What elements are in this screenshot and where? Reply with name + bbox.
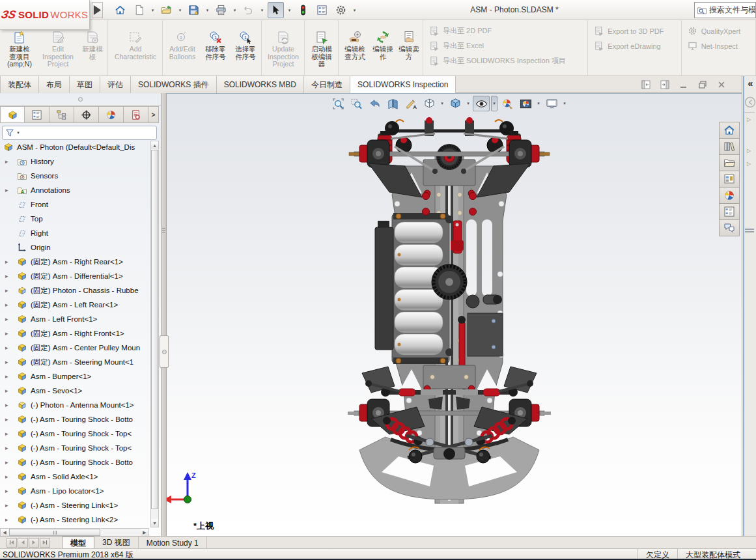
task-pane-grip[interactable] [745, 227, 754, 234]
apply-scene-button[interactable] [517, 96, 534, 111]
expand-arrow-icon[interactable]: ▸ [5, 326, 8, 341]
taskpane-file-explorer-button[interactable] [719, 154, 740, 171]
add-characteristic-button[interactable]: AddCharacteristic [109, 21, 161, 74]
previous-pane-button[interactable] [641, 80, 651, 89]
expand-arrow-icon[interactable]: ▸ [5, 412, 8, 427]
document-tab-2[interactable]: 3D 视图 [94, 537, 139, 549]
command-tab-4[interactable]: 评估 [100, 76, 131, 93]
export-edrawing-button[interactable]: Export eDrawing [594, 41, 678, 51]
section-expand-icon[interactable]: ▷ [747, 148, 751, 154]
zoom-to-fit-button[interactable] [329, 96, 346, 111]
command-tab-2[interactable]: 布局 [39, 76, 70, 93]
tree-item[interactable]: ▸(固定) Asm - Center Pulley Moun [0, 341, 150, 355]
search-box[interactable]: 搜索文件与模 [694, 2, 756, 18]
document-tab-3[interactable]: Motion Study 1 [139, 537, 207, 549]
task-pane-collapse-button[interactable]: « [745, 77, 756, 90]
open-document-caret-icon[interactable]: ▾ [177, 8, 183, 13]
edit-vendors-button[interactable]: 编辑卖方 [396, 21, 422, 74]
export-3d-pdf-button[interactable]: Export to 3D PDF [594, 26, 678, 36]
hide-show-items-caret-icon[interactable]: ▾ [491, 96, 497, 111]
next-pane-button[interactable] [660, 80, 669, 89]
zoom-to-area-button[interactable] [348, 96, 365, 111]
command-tab-8[interactable]: SOLIDWORKS Inspection [350, 76, 456, 93]
update-inspection-project-button[interactable]: UpdateInspectionProject [263, 21, 303, 74]
tree-item[interactable]: ▸(-) Asm - Touring Shock - Botto [0, 412, 150, 427]
document-tab-1[interactable]: 模型 [62, 537, 94, 549]
dynamic-annotation-views-button[interactable]: A [402, 96, 419, 111]
tree-item[interactable]: ▸(固定) Asm - Steering Mount<1 [0, 355, 150, 369]
launch-template-editor-button[interactable]: 启动模板编辑器 [306, 21, 337, 74]
expand-arrow-icon[interactable]: ▸ [5, 369, 8, 384]
horizontal-scroll-thumb[interactable] [9, 529, 100, 536]
menu-flyout-button[interactable] [92, 2, 103, 18]
command-tab-1[interactable]: 装配体 [0, 76, 39, 93]
panel-splitter[interactable] [161, 93, 167, 536]
home-button[interactable] [112, 2, 128, 18]
tree-item[interactable]: ▸(-) Asm - Touring Shock - Top< [0, 441, 150, 455]
restore-button[interactable] [698, 80, 707, 89]
display-style-button[interactable] [447, 96, 464, 111]
section-expand-icon[interactable]: ▷ [747, 161, 751, 167]
vertical-scroll-thumb[interactable] [151, 150, 158, 509]
taskpane-custom-properties-button[interactable] [719, 203, 740, 220]
new-document-caret-icon[interactable]: ▾ [150, 8, 156, 13]
expand-arrow-icon[interactable]: ▸ [5, 341, 8, 355]
expand-arrow-icon[interactable]: ▸ [5, 154, 8, 169]
view-orientation-caret-icon[interactable]: ▾ [439, 96, 445, 111]
splitter-grip[interactable] [162, 227, 165, 234]
hide-show-items-button[interactable] [473, 96, 490, 111]
edit-inspection-methods-button[interactable]: 编辑检查方式 [340, 21, 370, 74]
expand-arrow-icon[interactable]: ▸ [5, 398, 8, 412]
splitter-collapse-handle[interactable] [160, 335, 169, 368]
view-orientation-button[interactable] [421, 96, 438, 111]
export-2d-pdf-button[interactable]: 导出至 2D PDF [429, 26, 585, 36]
tree-vertical-scrollbar[interactable]: ▲ ▼ [150, 141, 159, 527]
tree-item[interactable]: ▸(-) Asm - Touring Shock - Botto [0, 455, 150, 469]
new-document-button[interactable] [131, 2, 147, 18]
expand-arrow-icon[interactable]: ▸ [5, 455, 8, 469]
tree-item[interactable]: ▸Asm - Sevo<1> [0, 384, 150, 398]
taskpane-design-library-button[interactable] [719, 138, 740, 155]
tree-item[interactable]: Origin [0, 240, 150, 255]
qualityxpert-button[interactable]: QualityXpert [688, 26, 753, 36]
tree-item[interactable]: ▸Asm - Bumper<1> [0, 369, 150, 384]
remove-part-balloons-button[interactable]: 11移除零件序号 [201, 21, 231, 74]
tree-item[interactable]: Sensors [0, 169, 150, 183]
previous-view-button[interactable] [366, 96, 383, 111]
tree-item[interactable]: Front [0, 197, 150, 212]
view-settings-button[interactable] [543, 96, 560, 111]
scroll-right-icon[interactable]: ▶ [141, 529, 148, 536]
command-tab-6[interactable]: SOLIDWORKS MBD [217, 76, 304, 93]
tree-item[interactable]: ▸(固定) Photon - Chassis - Rubbe [0, 283, 150, 298]
taskpane-solidworks-forum-button[interactable] [719, 219, 740, 236]
taskpane-view-palette-button[interactable] [719, 171, 740, 188]
task-scheduler-button[interactable] [314, 2, 330, 18]
expand-arrow-icon[interactable]: ▸ [5, 283, 8, 298]
tree-item[interactable]: ▸(固定) Asm - Differential<1> [0, 269, 150, 283]
undo-caret-icon[interactable]: ▾ [259, 8, 265, 13]
expand-arrow-icon[interactable]: ▸ [5, 355, 8, 369]
expand-arrow-icon[interactable]: ▸ [5, 498, 8, 512]
expand-arrow-icon[interactable]: ▸ [5, 427, 8, 441]
options-button[interactable] [333, 2, 349, 18]
tree-item[interactable]: ▸(固定) Asm - Right Rear<1> [0, 255, 150, 269]
expand-arrow-icon[interactable]: ▸ [5, 269, 8, 283]
tree-item[interactable]: ▸(固定) Asm - Right Front<1> [0, 326, 150, 341]
minimize-button[interactable] [679, 80, 688, 89]
export-sw-inspection-project-button[interactable]: 导出至 SOLIDWORKS Inspection 项目 [429, 56, 585, 66]
save-caret-icon[interactable]: ▾ [204, 8, 210, 13]
apply-scene-caret-icon[interactable]: ▾ [535, 96, 542, 111]
expand-arrow-icon[interactable]: ▸ [5, 183, 8, 197]
tree-item[interactable]: Right [0, 226, 150, 240]
tree-item[interactable]: ▸Asm - Left Front<1> [0, 312, 150, 326]
task-pane-back-icon[interactable] [744, 96, 756, 108]
tree-item[interactable]: ▸(-) Asm - Touring Shock - Top< [0, 427, 150, 441]
expand-arrow-icon[interactable]: ▸ [5, 441, 8, 455]
first-model-tab-button[interactable] [7, 538, 17, 548]
command-tab-5[interactable]: SOLIDWORKS 插件 [131, 76, 217, 93]
print-caret-icon[interactable]: ▾ [232, 8, 238, 13]
tree-item[interactable]: ▸(-) Photon - Antenna Mount<1> [0, 398, 150, 412]
expand-arrow-icon[interactable]: ▸ [5, 255, 8, 269]
taskpane-appearances-scenes-button[interactable] [719, 187, 740, 204]
command-tab-3[interactable]: 草图 [70, 76, 100, 93]
